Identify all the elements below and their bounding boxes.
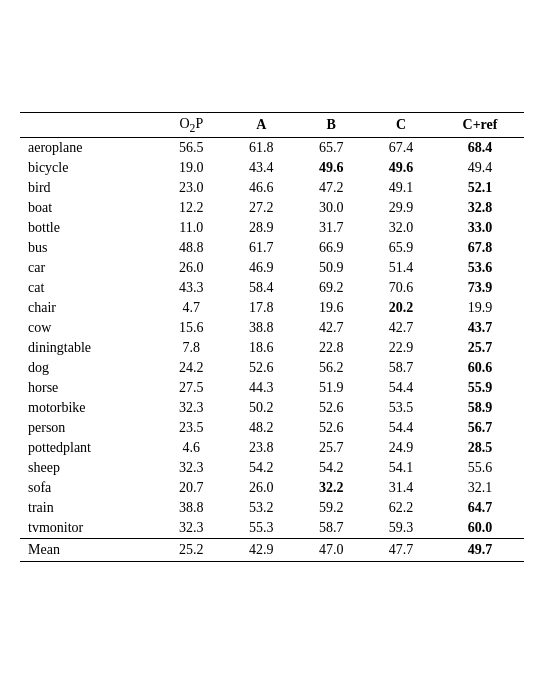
row-label: sheep [20,458,156,478]
cell-cref: 33.0 [436,218,524,238]
cell-o2p: 56.5 [156,138,226,159]
cell-a: 26.0 [226,478,296,498]
cell-c: 70.6 [366,278,436,298]
cell-c: 62.2 [366,498,436,518]
cell-c: 24.9 [366,438,436,458]
cell-b: 52.6 [296,418,366,438]
cell-cref: 60.6 [436,358,524,378]
cell-b: 54.2 [296,458,366,478]
cell-o2p: 19.0 [156,158,226,178]
cell-o2p: 20.7 [156,478,226,498]
cell-cref: 49.4 [436,158,524,178]
cell-o2p: 32.3 [156,398,226,418]
cell-c: 67.4 [366,138,436,159]
cell-b: 50.9 [296,258,366,278]
cell-cref: 68.4 [436,138,524,159]
cell-b: 51.9 [296,378,366,398]
row-label: diningtable [20,338,156,358]
cell-cref: 28.5 [436,438,524,458]
row-label: sofa [20,478,156,498]
cell-o2p: 23.5 [156,418,226,438]
cell-b: 32.2 [296,478,366,498]
row-label: aeroplane [20,138,156,159]
cell-b: 22.8 [296,338,366,358]
cell-o2p: 27.5 [156,378,226,398]
cell-a: 61.8 [226,138,296,159]
row-label: motorbike [20,398,156,418]
col-header-o2p: O2P [156,112,226,138]
table-row: bicycle19.043.449.649.649.4 [20,158,524,178]
cell-b: 19.6 [296,298,366,318]
table-row: pottedplant4.623.825.724.928.5 [20,438,524,458]
cell-a: 58.4 [226,278,296,298]
footer-o2p: 25.2 [156,539,226,562]
cell-c: 65.9 [366,238,436,258]
footer-b: 47.0 [296,539,366,562]
cell-o2p: 48.8 [156,238,226,258]
cell-cref: 60.0 [436,518,524,539]
table-row: tvmonitor32.355.358.759.360.0 [20,518,524,539]
cell-o2p: 38.8 [156,498,226,518]
cell-a: 27.2 [226,198,296,218]
cell-o2p: 4.6 [156,438,226,458]
cell-b: 65.7 [296,138,366,159]
table-row: bottle11.028.931.732.033.0 [20,218,524,238]
table-container: O2P A B C C+ref aeroplane56.561.865.767.… [20,112,524,563]
cell-b: 52.6 [296,398,366,418]
cell-b: 42.7 [296,318,366,338]
row-label: tvmonitor [20,518,156,539]
table-row: motorbike32.350.252.653.558.9 [20,398,524,418]
row-label: cow [20,318,156,338]
row-label: train [20,498,156,518]
cell-a: 28.9 [226,218,296,238]
cell-cref: 73.9 [436,278,524,298]
cell-cref: 55.6 [436,458,524,478]
col-header-c: C [366,112,436,138]
cell-o2p: 43.3 [156,278,226,298]
table-row: sofa20.726.032.231.432.1 [20,478,524,498]
cell-b: 25.7 [296,438,366,458]
cell-b: 31.7 [296,218,366,238]
footer-cref: 49.7 [436,539,524,562]
cell-a: 18.6 [226,338,296,358]
cell-o2p: 7.8 [156,338,226,358]
row-label: pottedplant [20,438,156,458]
cell-c: 59.3 [366,518,436,539]
row-label: bus [20,238,156,258]
cell-a: 38.8 [226,318,296,338]
row-label: car [20,258,156,278]
cell-c: 51.4 [366,258,436,278]
cell-cref: 55.9 [436,378,524,398]
footer-c: 47.7 [366,539,436,562]
cell-cref: 25.7 [436,338,524,358]
cell-b: 59.2 [296,498,366,518]
cell-cref: 53.6 [436,258,524,278]
cell-a: 17.8 [226,298,296,318]
cell-c: 29.9 [366,198,436,218]
cell-c: 53.5 [366,398,436,418]
footer-a: 42.9 [226,539,296,562]
cell-cref: 67.8 [436,238,524,258]
col-header-label [20,112,156,138]
cell-o2p: 11.0 [156,218,226,238]
cell-cref: 52.1 [436,178,524,198]
row-label: boat [20,198,156,218]
col-header-cref: C+ref [436,112,524,138]
footer-label: Mean [20,539,156,562]
table-row: bus48.861.766.965.967.8 [20,238,524,258]
cell-a: 46.9 [226,258,296,278]
cell-c: 54.4 [366,418,436,438]
col-header-b: B [296,112,366,138]
table-row: dog24.252.656.258.760.6 [20,358,524,378]
table-row: bird23.046.647.249.152.1 [20,178,524,198]
row-label: horse [20,378,156,398]
cell-b: 66.9 [296,238,366,258]
cell-c: 58.7 [366,358,436,378]
cell-cref: 32.1 [436,478,524,498]
cell-c: 49.6 [366,158,436,178]
cell-b: 58.7 [296,518,366,539]
cell-cref: 19.9 [436,298,524,318]
cell-b: 56.2 [296,358,366,378]
cell-c: 32.0 [366,218,436,238]
cell-b: 69.2 [296,278,366,298]
